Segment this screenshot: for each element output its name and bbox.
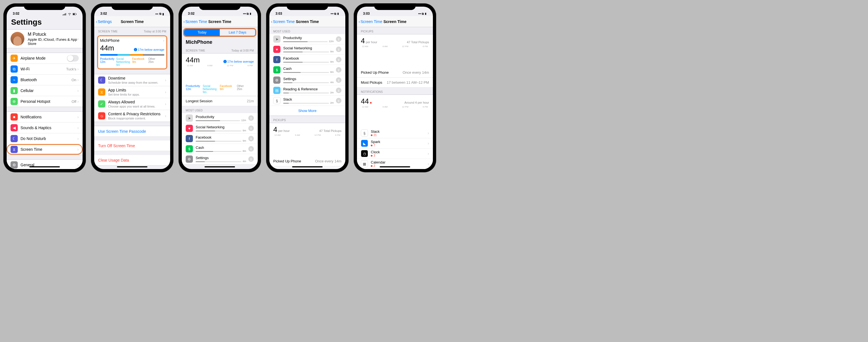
settings-row-wi-fi[interactable]: ⧉Wi-FiTuck's›: [7, 64, 83, 74]
chevron-right-icon: ›: [165, 90, 166, 94]
chevron-right-icon: ›: [165, 114, 166, 118]
option-content-privacy-restrictions[interactable]: ⦸Content & Privacy RestrictionsBlock ina…: [94, 110, 170, 122]
app-row-cash[interactable]: $Cash8m⧖: [269, 65, 345, 75]
chevron-right-icon: ›: [428, 131, 429, 135]
limit-icon[interactable]: ⧖: [336, 36, 341, 42]
link-turn-off-screen-time[interactable]: Turn Off Screen Time: [94, 141, 170, 151]
pickups-total: 47 Total Pickups: [407, 40, 429, 44]
notif-row-clock[interactable]: ◷Clock3›: [357, 149, 433, 159]
chevron-right-icon: ›: [77, 126, 79, 130]
notifications-chart: [361, 108, 429, 126]
notif-row-slack[interactable]: §Slack21›: [357, 128, 433, 138]
detail-content[interactable]: Today Last 7 Days MichPhone SCREEN TIME …: [182, 27, 258, 169]
category-legend: Productivity12mSocial Networking9mFacebo…: [100, 57, 164, 66]
link-use-screen-time-passcode[interactable]: Use Screen Time Passcode: [94, 126, 170, 137]
settings-row-screen-time[interactable]: ⧖Screen Time›: [7, 144, 83, 155]
seg-today[interactable]: Today: [184, 29, 220, 36]
screen-screen-time-detail: 3:02 ••• ⧉ ▮ ‹ Screen Time Screen Time T…: [182, 7, 258, 169]
category-social-networking: Social Networking9m: [203, 85, 220, 94]
section-header-label: SCREEN TIME: [186, 49, 205, 52]
app-row-productivity[interactable]: ➤Productivity12m⧖: [182, 113, 258, 123]
limit-icon[interactable]: ⧖: [336, 98, 341, 103]
settings-list[interactable]: M Potuck Apple ID, iCloud, iTunes & App …: [7, 29, 83, 169]
delta-below-average: ↓17m below average: [134, 48, 164, 51]
picked-up-row[interactable]: Picked Up Phone Once every 14m: [269, 156, 345, 166]
screen-time-content[interactable]: SCREEN TIME Today at 3:00 PM MichPhone ›…: [94, 27, 170, 169]
show-more-button[interactable]: Show More: [269, 106, 345, 116]
section-header-time: Today at 3:00 PM: [231, 49, 254, 52]
limit-icon[interactable]: ⧖: [336, 46, 341, 52]
notif-content[interactable]: PICKUPS 4 per hour 47 Total Pickups 12 A…: [357, 27, 433, 169]
limit-icon[interactable]: ⧖: [336, 88, 341, 93]
option-downtime[interactable]: ☾DowntimeSchedule time away from the scr…: [94, 74, 170, 86]
option-app-limits[interactable]: ⧖App LimitsSet time limits for apps.›: [94, 86, 170, 98]
app-row-productivity[interactable]: ➤Productivity12m⧖: [269, 34, 345, 44]
scrolled-content[interactable]: MOST USED ➤Productivity12m⧖♥Social Netwo…: [269, 27, 345, 169]
gear-icon: ⚙: [273, 76, 280, 84]
home-indicator[interactable]: [292, 166, 322, 167]
limit-icon[interactable]: ⧖: [248, 146, 254, 152]
chart-axis: 12 AM6 AM12 PM6 PM: [361, 105, 429, 108]
longest-session-row[interactable]: Longest Session 21m: [182, 96, 258, 106]
toggle[interactable]: [67, 55, 79, 62]
home-indicator[interactable]: [380, 166, 410, 167]
limit-icon[interactable]: ⧖: [336, 77, 341, 83]
app-row-social-networking[interactable]: ♥Social Networking9m⧖: [182, 123, 258, 133]
category-bar: [100, 54, 164, 56]
chevron-right-icon: ›: [428, 141, 429, 146]
settings-row-notifications[interactable]: ■Notifications›: [7, 112, 83, 123]
app-row-social-networking[interactable]: ♥Social Networking9m⧖: [269, 44, 345, 55]
limit-icon[interactable]: ⧖: [248, 156, 254, 162]
limit-icon[interactable]: ⧖: [248, 136, 254, 141]
app-name: Productivity: [283, 36, 334, 40]
limit-icon[interactable]: ⧖: [336, 57, 341, 62]
option-sub: Block inappropriate content.: [108, 117, 165, 120]
notif-row-spark[interactable]: ◣Spark7›: [357, 138, 433, 149]
row-label: Screen Time: [21, 147, 77, 152]
spark-icon: ◣: [361, 140, 368, 147]
seg-last-7[interactable]: Last 7 Days: [220, 29, 255, 36]
settings-row-airplane-mode[interactable]: ✈Airplane Mode: [7, 53, 83, 64]
app-duration: 4m: [330, 81, 334, 84]
settings-row-cellular[interactable]: ▮Cellular›: [7, 85, 83, 96]
limit-icon[interactable]: ⧖: [248, 126, 254, 131]
most-pickups-row[interactable]: Most Pickups 17 between 11 AM–12 PM: [357, 77, 433, 88]
app-row-reading-reference[interactable]: ▤Reading & Reference2m⧖: [269, 85, 345, 96]
app-row-cash[interactable]: $Cash8m⧖: [182, 144, 258, 154]
option-always-allowed[interactable]: ✓Always AllowedChoose apps you want at a…: [94, 98, 170, 110]
notch: [286, 3, 328, 10]
home-indicator[interactable]: [29, 166, 60, 167]
longest-session-value: 21m: [247, 99, 254, 103]
settings-row-personal-hotspot[interactable]: ⊚Personal HotspotOff›: [7, 96, 83, 107]
usage-summary-card[interactable]: MichPhone › 44m ↓17m below average Produ…: [97, 35, 167, 69]
check-icon: ✓: [98, 100, 105, 107]
screen-screen-time-main: 3:02 ••• ⧉ ▮ ‹ Settings Screen Time SCRE…: [94, 7, 170, 169]
limit-icon[interactable]: ⧖: [336, 67, 341, 73]
apple-id-row[interactable]: M Potuck Apple ID, iCloud, iTunes & App …: [7, 29, 83, 48]
app-row-facebook[interactable]: fFacebook9m⧖: [182, 133, 258, 144]
home-indicator[interactable]: [205, 166, 235, 167]
picked-up-row[interactable]: Picked Up Phone Once every 14m: [357, 68, 433, 77]
settings-row-bluetooth[interactable]: ⌁BluetoothOn›: [7, 74, 83, 85]
app-row-facebook[interactable]: fFacebook9m⧖: [269, 55, 345, 65]
section-header-pickups: PICKUPS: [269, 116, 345, 123]
link-clear-usage-data[interactable]: Clear Usage Data: [94, 155, 170, 165]
settings-row-general[interactable]: ⚙General›: [7, 160, 83, 169]
settings-row-do-not-disturb[interactable]: ☾Do Not Disturb›: [7, 133, 83, 144]
app-row-settings[interactable]: ⚙Settings4m⧖: [269, 75, 345, 85]
phone-frame-3: 3:02 ••• ⧉ ▮ ‹ Screen Time Screen Time T…: [179, 3, 261, 173]
limit-icon[interactable]: ⧖: [248, 115, 254, 121]
app-row-settings[interactable]: ⚙Settings4m⧖: [182, 154, 258, 164]
app-name: Cash: [283, 66, 334, 71]
phone-frame-5: 3:03 ••• ⧉ ▮ ‹ Screen Time Screen Time P…: [353, 3, 436, 173]
notif-row-calendar[interactable]: ▦Calendar2›: [357, 159, 433, 169]
home-indicator[interactable]: [117, 166, 148, 167]
row-label: Personal Hotspot: [21, 99, 71, 104]
app-duration: 12m: [329, 40, 334, 43]
f-icon: f: [273, 56, 280, 63]
settings-row-sounds-haptics[interactable]: ◀Sounds & Haptics›: [7, 123, 83, 133]
most-used-list: ➤Productivity12m⧖♥Social Networking9m⧖fF…: [269, 34, 345, 106]
$-icon: $: [186, 145, 193, 152]
chevron-right-icon: ›: [77, 147, 79, 152]
app-row-slack[interactable]: §Slack2m⧖: [269, 96, 345, 106]
